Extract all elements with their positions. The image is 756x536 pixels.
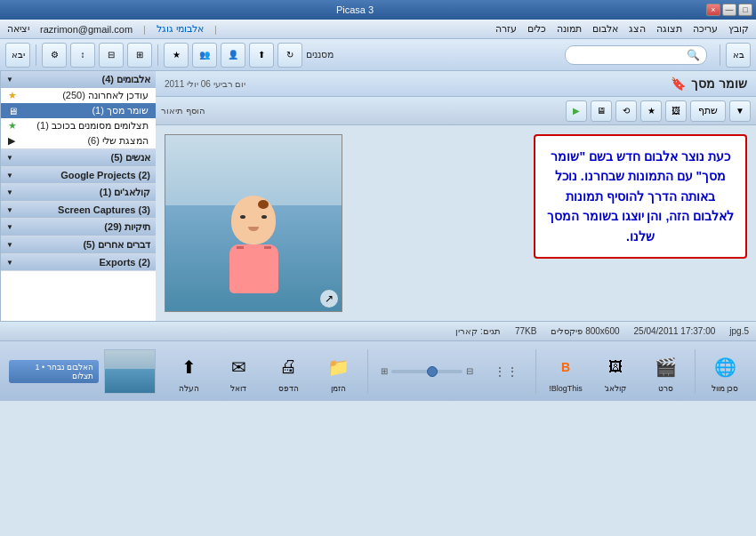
- collage-label: קולאג': [605, 384, 627, 393]
- menu-exit[interactable]: יציאה: [7, 23, 29, 35]
- photo-area: כעת נוצר אלבום חדש בשם "שומר מסך" עם התמ…: [156, 125, 756, 321]
- menu-item-view[interactable]: תצוגה: [656, 23, 682, 35]
- sidebar: אלבומים (4) ▼ עודכן לאחרונה (250) ★ שומר…: [0, 71, 156, 321]
- slider-thumb[interactable]: [427, 366, 438, 377]
- main-layout: שומר מסך 🔖 יום רביעי 06 יולי 2011 ▼ שתף …: [0, 71, 756, 321]
- bottom-btn-movie[interactable]: 🎬 סרט: [643, 350, 688, 393]
- toolbar-btn-settings[interactable]: ⚙: [42, 43, 67, 68]
- menu-item-photo[interactable]: תמונה: [557, 23, 582, 35]
- bottom-btn-blog[interactable]: B BlogThis!: [543, 350, 588, 393]
- search-input[interactable]: [571, 50, 687, 60]
- google-albums-link[interactable]: אלבומי גוגל: [157, 23, 204, 35]
- album-action-badge[interactable]: האלבום נבחר • 1 תצלום: [9, 360, 99, 383]
- menu-item-show[interactable]: הצג: [629, 23, 646, 35]
- slider-track[interactable]: [391, 370, 462, 373]
- bottom-sep1: [695, 349, 696, 394]
- albums-section-header[interactable]: אלבומים (4) ▼: [1, 71, 156, 88]
- sidebar-item-recent[interactable]: עודכן לאחרונה (250) ★: [1, 88, 156, 103]
- menu-item-file[interactable]: קובץ: [728, 23, 749, 35]
- sidebar-item-starred[interactable]: תצלומים מסומנים בכוכב (1) ★: [1, 118, 156, 133]
- toolbar-sep3: [36, 44, 36, 66]
- blog-label: BlogThis!: [549, 384, 583, 393]
- sidebar-item-slideshow[interactable]: המצגת שלי (6) ▶: [1, 133, 156, 148]
- toolbar-btn-person2[interactable]: 👥: [192, 43, 217, 68]
- album-bookmark-icon[interactable]: 🔖: [671, 76, 686, 91]
- print-icon: 🖨: [269, 350, 307, 384]
- main-toolbar: בא 🔍 מסננים ↻ ⬆ 👤 👥 ★ ⊞ ⊟ ↕ ⚙ יבא: [0, 39, 756, 71]
- people-section-header[interactable]: אנשים (5) ▼: [1, 149, 156, 166]
- maximize-button[interactable]: □: [738, 4, 752, 16]
- menu-item-edit[interactable]: עריכה: [693, 23, 718, 35]
- bottom-btn-collage[interactable]: 🖼 קולאג': [593, 350, 638, 393]
- photo-expand-icon[interactable]: ↗: [320, 290, 338, 308]
- toolbar-btn-grid1[interactable]: ⊞: [127, 43, 152, 68]
- window-controls[interactable]: × — □: [706, 4, 752, 16]
- search-box: 🔍: [565, 45, 707, 65]
- album-title: שומר מסך: [691, 76, 747, 91]
- exports-section-header[interactable]: Exports (2) ▼: [1, 254, 156, 270]
- menu-item-help[interactable]: עזרה: [495, 23, 517, 35]
- bottom-sep3: [367, 349, 368, 394]
- menu-item-tools[interactable]: כלים: [527, 23, 546, 35]
- other-chevron-icon: ▼: [6, 241, 13, 249]
- menu-item-album[interactable]: אלבום: [592, 23, 618, 35]
- photo-image[interactable]: ↗: [165, 134, 342, 312]
- import-button[interactable]: יבא: [5, 43, 30, 68]
- sub-btn-play[interactable]: ▶: [566, 100, 587, 122]
- bottom-btn-folder[interactable]: 📁 הזמן: [316, 350, 360, 393]
- sub-btn-star[interactable]: ★: [640, 100, 662, 122]
- status-type: תגים: קארין: [455, 326, 501, 336]
- info-panel: כעת נוצר אלבום חדש בשם "שומר מסך" עם התמ…: [534, 134, 747, 259]
- back-button[interactable]: בא: [726, 43, 751, 68]
- google-section-header[interactable]: Google Projects (2) ▼: [1, 167, 156, 183]
- toolbar-btn-person[interactable]: 👤: [221, 43, 245, 68]
- google-chevron-icon: ▼: [6, 172, 13, 180]
- status-datetime: 17:37:00 25/04/2011: [634, 326, 716, 336]
- sub-btn-rotate[interactable]: ⟲: [615, 100, 637, 122]
- upload-icon: ⬆: [170, 350, 207, 384]
- upload-label: העלה: [179, 384, 199, 393]
- baby-hair: [258, 200, 269, 209]
- folder-label: הזמן: [331, 384, 346, 393]
- sidebar-section-other: דברים אחרים (5) ▼: [1, 236, 156, 254]
- folders-section-header[interactable]: תיקיות (29) ▼: [1, 219, 156, 236]
- collages-header-label: קולאג'ים (1): [100, 187, 150, 198]
- toolbar-btn-up[interactable]: ⬆: [249, 43, 274, 68]
- movie-icon: 🎬: [647, 350, 684, 384]
- sub-btn-share[interactable]: שתף: [690, 100, 726, 122]
- toolbar-btn-star[interactable]: ★: [164, 43, 189, 68]
- status-dimensions: 800x600 פיקסלים: [551, 326, 619, 336]
- bottom-btn-upload[interactable]: ⬆ העלה: [166, 350, 211, 393]
- bottom-btn-dots[interactable]: ⋮⋮: [484, 355, 528, 388]
- sub-btn-monitor[interactable]: 🖥: [591, 100, 612, 122]
- slider-small-icon: ⊟: [466, 366, 473, 376]
- baby-body: [229, 244, 278, 293]
- search-icon[interactable]: 🔍: [687, 49, 700, 61]
- sidebar-section-people: אנשים (5) ▼: [1, 149, 156, 167]
- info-text: כעת נוצר אלבום חדש בשם "שומר מסך" עם התמ…: [546, 147, 735, 246]
- collages-section-header[interactable]: קולאג'ים (1) ▼: [1, 184, 156, 201]
- toolbar-btn-1[interactable]: ↻: [277, 43, 302, 68]
- close-button[interactable]: ×: [706, 4, 720, 16]
- toolbar-btn-sort[interactable]: ↕: [70, 43, 95, 68]
- bottom-btn-email[interactable]: ✉ דואל: [216, 350, 261, 393]
- toolbar-sep2: [157, 44, 158, 66]
- sidebar-section-albums: אלבומים (4) ▼ עודכן לאחרונה (250) ★ שומר…: [1, 71, 156, 149]
- starred-label: תצלומים מסומנים בכוכב (1): [36, 120, 149, 132]
- bottom-btn-scan[interactable]: 🌐 סכן מוול: [703, 350, 747, 393]
- minimize-button[interactable]: —: [722, 4, 736, 16]
- movie-label: סרט: [658, 384, 673, 393]
- statusbar: 5.jpg 17:37:00 25/04/2011 800x600 פיקסלי…: [0, 321, 756, 340]
- toolbar-btn-grid2[interactable]: ⊟: [99, 43, 124, 68]
- sidebar-item-screensaver[interactable]: שומר מסך (1) 🖥: [1, 103, 156, 118]
- slideshow-icon: ▶: [8, 135, 15, 147]
- sub-btn-photo[interactable]: 🖼: [665, 100, 687, 122]
- thumbnail-size-slider: ⊟ ⊞: [381, 366, 473, 376]
- bottom-btn-print[interactable]: 🖨 הדפס: [266, 350, 310, 393]
- other-section-header[interactable]: דברים אחרים (5) ▼: [1, 236, 156, 253]
- exports-chevron-icon: ▼: [6, 259, 13, 267]
- sub-btn-dropdown[interactable]: ▼: [729, 100, 751, 122]
- album-thumbnail[interactable]: [104, 349, 156, 394]
- screen-captures-section-header[interactable]: Screen Captures (3) ▼: [1, 202, 156, 218]
- toolbar-separator: [720, 44, 720, 66]
